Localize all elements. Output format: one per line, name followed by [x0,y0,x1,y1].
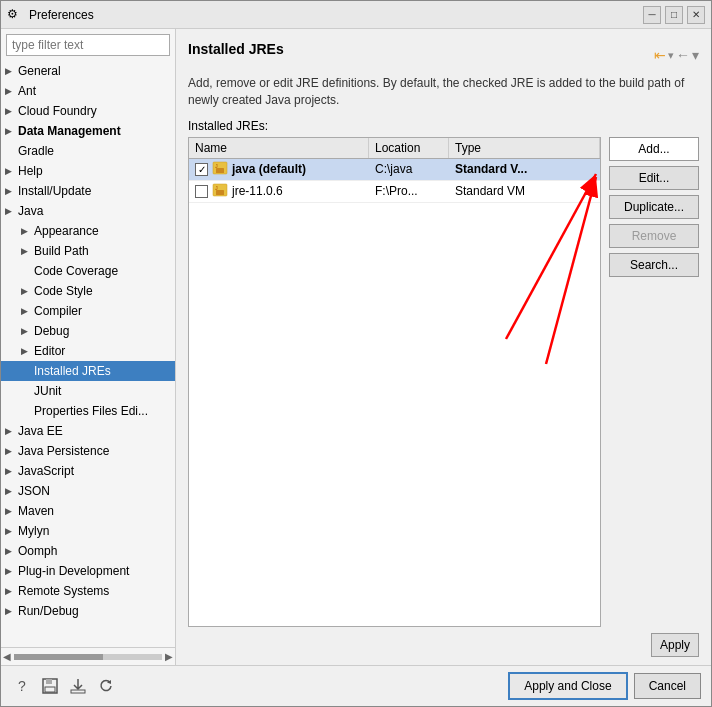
filter-input[interactable] [6,34,170,56]
maximize-button[interactable]: □ [665,6,683,24]
tree-item-javascript[interactable]: ▶JavaScript [1,461,175,481]
tree-item-java-persistence[interactable]: ▶Java Persistence [1,441,175,461]
tree-item-remote-systems[interactable]: ▶Remote Systems [1,581,175,601]
tree-arrow-mylyn: ▶ [5,526,15,536]
tree-item-appearance[interactable]: ▶Appearance [1,221,175,241]
table-row[interactable]: J jre-11.0.6 F:\Pro... Standard VM [189,181,600,203]
tree-arrow-install-update: ▶ [5,186,15,196]
tree-label-maven: Maven [18,504,54,518]
tree-scrollbar[interactable]: ◀ ▶ [1,647,175,665]
tree-label-compiler: Compiler [34,304,82,318]
jre-checkbox-0[interactable]: ✓ [195,163,208,176]
tree-item-run-debug[interactable]: ▶Run/Debug [1,601,175,621]
cell-location-1: F:\Pro... [369,182,449,200]
table-body: ✓ J java (default) C:\java Standard V...… [189,159,600,626]
search-button[interactable]: Search... [609,253,699,277]
tree-arrow-code-style: ▶ [21,286,31,296]
tree-item-junit[interactable]: JUnit [1,381,175,401]
tree-label-java-ee: Java EE [18,424,63,438]
tree-item-mylyn[interactable]: ▶Mylyn [1,521,175,541]
edit-button[interactable]: Edit... [609,166,699,190]
col-header-location: Location [369,138,449,158]
tree-item-code-style[interactable]: ▶Code Style [1,281,175,301]
close-button[interactable]: ✕ [687,6,705,24]
tree-arrow-help: ▶ [5,166,15,176]
content-area: ▶General▶Ant▶Cloud Foundry▶Data Manageme… [1,29,711,665]
tree-item-oomph[interactable]: ▶Oomph [1,541,175,561]
minimize-button[interactable]: ─ [643,6,661,24]
jre-list-label: Installed JREs: [188,119,699,133]
export-icon[interactable] [67,675,89,697]
table-row[interactable]: ✓ J java (default) C:\java Standard V... [189,159,600,181]
tree-label-java-persistence: Java Persistence [18,444,109,458]
tree-item-code-coverage[interactable]: Code Coverage [1,261,175,281]
tree-label-appearance: Appearance [34,224,99,238]
duplicate-button[interactable]: Duplicate... [609,195,699,219]
tree-arrow-java: ▶ [5,206,15,216]
tree-item-json[interactable]: ▶JSON [1,481,175,501]
tree-item-java-ee[interactable]: ▶Java EE [1,421,175,441]
tree-item-plug-in-development[interactable]: ▶Plug-in Development [1,561,175,581]
tree-arrow-appearance: ▶ [21,226,31,236]
apply-button[interactable]: Apply [651,633,699,657]
svg-rect-12 [71,690,85,693]
panel-description: Add, remove or edit JRE definitions. By … [188,75,699,109]
tree-arrow-oomph: ▶ [5,546,15,556]
tree-label-gradle: Gradle [18,144,54,158]
tree-item-editor[interactable]: ▶Editor [1,341,175,361]
tree-item-debug[interactable]: ▶Debug [1,321,175,341]
nav-arrows: ⇤ ▾ ← ▾ [654,47,699,63]
jre-checkbox-1[interactable] [195,185,208,198]
window-icon: ⚙ [7,7,23,23]
tree-item-help[interactable]: ▶Help [1,161,175,181]
cell-location-0: C:\java [369,160,449,178]
tree-label-plug-in-development: Plug-in Development [18,564,129,578]
tree-arrow-cloud-foundry: ▶ [5,106,15,116]
nav-home-icon[interactable]: ⇤ [654,47,666,63]
save-icon[interactable] [39,675,61,697]
tree-item-data-management[interactable]: ▶Data Management [1,121,175,141]
cancel-button[interactable]: Cancel [634,673,701,699]
tree-arrow-ant: ▶ [5,86,15,96]
col-header-type: Type [449,138,600,158]
scroll-left-icon[interactable]: ◀ [3,651,11,662]
nav-back-icon[interactable]: ← [676,47,690,63]
scroll-right-icon[interactable]: ▶ [165,651,173,662]
tree-label-build-path: Build Path [34,244,89,258]
tree-item-gradle[interactable]: Gradle [1,141,175,161]
tree-label-properties-files: Properties Files Edi... [34,404,148,418]
tree-item-installed-jres[interactable]: Installed JREs [1,361,175,381]
tree-item-maven[interactable]: ▶Maven [1,501,175,521]
tree-item-general[interactable]: ▶General [1,61,175,81]
tree-item-build-path[interactable]: ▶Build Path [1,241,175,261]
jre-icon-1: J [212,183,228,199]
title-bar: ⚙ Preferences ─ □ ✕ [1,1,711,29]
tree-item-java[interactable]: ▶Java [1,201,175,221]
cell-type-1: Standard VM [449,182,600,200]
tree-arrow-javascript: ▶ [5,466,15,476]
tree-item-compiler[interactable]: ▶Compiler [1,301,175,321]
nav-forward-icon[interactable]: ▾ [692,47,699,63]
bottom-left-icons: ? [11,675,117,697]
tree-item-cloud-foundry[interactable]: ▶Cloud Foundry [1,101,175,121]
add-button[interactable]: Add... [609,137,699,161]
cell-name-0: ✓ J java (default) [189,159,369,179]
tree-item-properties-files[interactable]: Properties Files Edi... [1,401,175,421]
refresh-icon[interactable] [95,675,117,697]
tree-label-javascript: JavaScript [18,464,74,478]
tree-arrow-java-persistence: ▶ [5,446,15,456]
tree-label-code-coverage: Code Coverage [34,264,118,278]
tree-arrow-maven: ▶ [5,506,15,516]
help-icon[interactable]: ? [11,675,33,697]
tree-arrow-remote-systems: ▶ [5,586,15,596]
cell-type-0: Standard V... [449,160,600,178]
tree-label-general: General [18,64,61,78]
cell-name-1: J jre-11.0.6 [189,181,369,201]
tree-label-data-management: Data Management [18,124,121,138]
remove-button[interactable]: Remove [609,224,699,248]
apply-close-button[interactable]: Apply and Close [508,672,627,700]
tree-item-install-update[interactable]: ▶Install/Update [1,181,175,201]
tree-item-ant[interactable]: ▶Ant [1,81,175,101]
nav-dropdown-icon[interactable]: ▾ [668,49,674,62]
tree-arrow-java-ee: ▶ [5,426,15,436]
